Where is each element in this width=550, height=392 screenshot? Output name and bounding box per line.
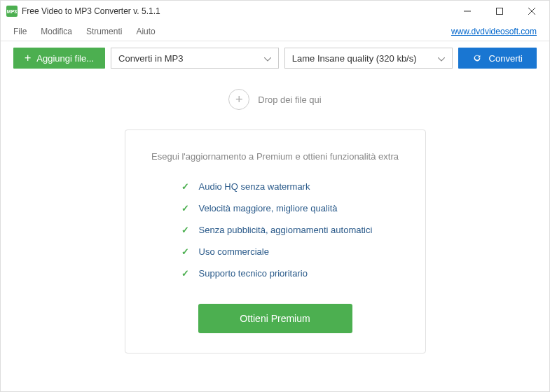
get-premium-button[interactable]: Ottieni Premium xyxy=(198,304,352,333)
check-icon: ✓ xyxy=(181,268,189,279)
website-link[interactable]: www.dvdvideosoft.com xyxy=(451,27,541,36)
premium-title: Esegui l'aggiornamento a Premium e ottie… xyxy=(151,151,399,162)
toolbar: + Aggiungi file... Converti in MP3 Lame … xyxy=(1,41,549,75)
plus-icon: + xyxy=(25,52,31,64)
list-item: ✓Velocità maggiore, migliore qualità xyxy=(181,203,373,214)
menu-file[interactable]: File xyxy=(9,24,34,39)
plus-circle-icon: + xyxy=(228,89,249,110)
refresh-icon xyxy=(472,53,482,63)
app-icon: MP3 xyxy=(6,6,18,17)
check-icon: ✓ xyxy=(181,203,189,214)
window-controls xyxy=(451,1,548,22)
drop-zone[interactable]: + Drop dei file qui xyxy=(228,89,321,110)
window-title: Free Video to MP3 Converter v. 5.1.1 xyxy=(22,6,451,16)
maximize-button[interactable] xyxy=(483,1,516,22)
menu-edit[interactable]: Modifica xyxy=(34,24,79,39)
menubar: File Modifica Strumenti Aiuto www.dvdvid… xyxy=(1,22,549,41)
add-file-button[interactable]: + Aggiungi file... xyxy=(13,48,105,69)
convert-button[interactable]: Converti xyxy=(458,48,537,69)
list-item: ✓Supporto tecnico prioritario xyxy=(181,268,373,279)
check-icon: ✓ xyxy=(181,246,189,257)
chevron-down-icon xyxy=(438,53,445,64)
check-icon: ✓ xyxy=(181,225,189,235)
svg-rect-1 xyxy=(497,8,503,15)
titlebar: MP3 Free Video to MP3 Converter v. 5.1.1 xyxy=(1,1,549,22)
chevron-down-icon xyxy=(264,53,271,64)
main-area: + Drop dei file qui Esegui l'aggiornamen… xyxy=(1,75,549,354)
minimize-button[interactable] xyxy=(451,1,483,22)
convert-label: Converti xyxy=(489,53,523,64)
quality-select[interactable]: Lame Insane quality (320 kb/s) xyxy=(284,48,453,69)
menu-help[interactable]: Aiuto xyxy=(129,24,162,39)
list-item: ✓Senza pubblicità, aggiornamenti automat… xyxy=(181,225,373,235)
quality-select-value: Lame Insane quality (320 kb/s) xyxy=(292,53,417,64)
check-icon: ✓ xyxy=(181,181,189,192)
menu-tools[interactable]: Strumenti xyxy=(79,24,129,39)
drop-label: Drop dei file qui xyxy=(258,94,321,105)
premium-card: Esegui l'aggiornamento a Premium e ottie… xyxy=(125,130,426,354)
list-item: ✓Audio HQ senza watermark xyxy=(181,181,373,192)
list-item: ✓Uso commerciale xyxy=(181,246,373,257)
close-button[interactable] xyxy=(516,1,548,22)
format-select-value: Converti in MP3 xyxy=(118,53,183,64)
format-select[interactable]: Converti in MP3 xyxy=(111,48,279,69)
add-file-label: Aggiungi file... xyxy=(36,53,94,64)
feature-list: ✓Audio HQ senza watermark ✓Velocità magg… xyxy=(139,181,373,279)
